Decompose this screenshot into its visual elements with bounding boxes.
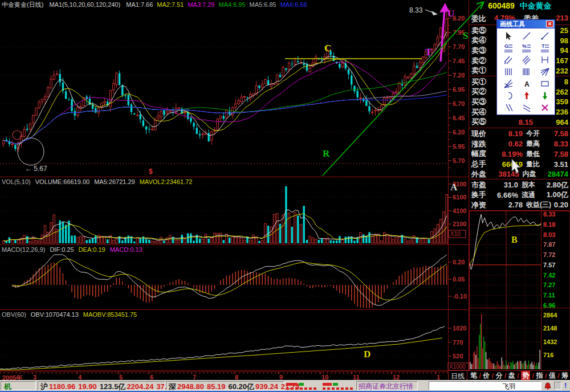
- linear-regression-channel-icon[interactable]: [518, 54, 536, 66]
- label: A: [524, 80, 530, 88]
- view-tab-6[interactable]: 指: [536, 371, 543, 381]
- alert-exclamation-icon[interactable]: !: [564, 381, 567, 390]
- divider: [469, 179, 570, 179]
- intraday-axis-label: 7.87: [543, 241, 555, 248]
- minivol-axis-label: 716: [543, 352, 553, 358]
- close-icon[interactable]: ✕: [546, 21, 553, 27]
- intraday-axis-label: 8.03: [543, 231, 555, 238]
- view-tab-7[interactable]: 值: [549, 371, 556, 381]
- username-field[interactable]: 飞羽: [429, 381, 542, 390]
- stock-name: 中金黄金: [520, 1, 552, 10]
- sz-index: 2948.80: [177, 382, 204, 391]
- info-value: 0.20: [553, 201, 568, 209]
- intraday-axis-label: 8.18: [543, 221, 555, 228]
- info-row: 现价8.19今开7.58: [471, 129, 568, 139]
- bid-label: 买②: [471, 87, 495, 97]
- sh-val2: 2204.24: [127, 382, 153, 391]
- intraday-chart[interactable]: 8.338.188.037.877.727.577.427.277.116.96…: [469, 211, 570, 371]
- info-label: 市盈: [471, 180, 494, 190]
- annotation-letter-C: C: [324, 43, 331, 54]
- ask-label: 卖③: [471, 46, 495, 56]
- intraday-axis-label: 7.27: [543, 281, 555, 288]
- indicator-value: DEA:0.19: [79, 246, 105, 253]
- text-label-icon[interactable]: A: [518, 77, 536, 89]
- tab-separator: /: [545, 372, 547, 380]
- status-box[interactable]: [554, 382, 561, 390]
- obv-lines: [0, 326, 445, 370]
- tab-separator: /: [504, 372, 506, 380]
- line-segment-icon[interactable]: [518, 30, 536, 42]
- indicator-value: VOL(5,10): [2, 178, 31, 185]
- ex-dividend-marker: $: [149, 168, 153, 175]
- info-value: 8.33: [553, 140, 568, 148]
- info-value: 7.58: [553, 150, 568, 158]
- label: %: [522, 43, 527, 49]
- price-axis-label: 7.20: [453, 72, 465, 79]
- sh-index: 1180.96: [49, 382, 75, 391]
- indicator-value: MAOBV:853451.75: [83, 311, 137, 318]
- obv-axis-label: 1020: [453, 325, 466, 332]
- ray-line-icon[interactable]: [536, 30, 554, 42]
- annotation-letter-D: D: [364, 349, 370, 360]
- info-label: 流通: [518, 190, 547, 200]
- pointer-icon[interactable]: [499, 30, 518, 42]
- vertical-time-lines-icon[interactable]: [499, 66, 518, 77]
- indicator-value: MA4:6.95: [219, 1, 246, 8]
- low-price-callout: ← 5.67: [25, 165, 47, 173]
- info-value: 3.51: [553, 160, 568, 169]
- tab-separator: /: [492, 372, 494, 380]
- view-tab-3[interactable]: 分: [496, 371, 503, 381]
- intraday-axis-label: 8.33: [543, 211, 555, 218]
- time-division-lines-icon[interactable]: [518, 66, 536, 77]
- bid-label: 买①: [471, 77, 495, 87]
- indicator-value: MA6:6.66: [280, 1, 307, 8]
- erase-icon[interactable]: [536, 101, 554, 113]
- sz-change: 85.19: [207, 382, 226, 391]
- speed-resistance-fan-icon[interactable]: [499, 77, 518, 89]
- parallel-lines-icon[interactable]: [499, 101, 518, 113]
- price-range-icon[interactable]: [536, 54, 554, 66]
- candlesticks: [2, 11, 447, 152]
- parallel-channel-icon[interactable]: [499, 54, 518, 66]
- bid-row[interactable]: 买⑤8.15964: [471, 117, 568, 127]
- view-tab-1[interactable]: 笔: [470, 371, 477, 381]
- obv-indicator-header: OBV(60)OBV:1070474.13MAOBV:853451.75: [2, 311, 141, 318]
- drawing-toolbar-body: G%TA: [496, 28, 555, 115]
- up-arrow-icon[interactable]: [518, 89, 536, 101]
- info-label: 收益(三): [523, 200, 553, 210]
- view-tab-8[interactable]: 筹: [561, 371, 568, 381]
- indicator-value: MA1:7.66: [126, 1, 153, 8]
- info-value: 0.62: [496, 140, 523, 148]
- tab-daily-period[interactable]: 日线: [448, 371, 467, 380]
- annotation-letter-T: T: [425, 47, 432, 58]
- down-arrow-icon[interactable]: [536, 89, 554, 101]
- label: T: [542, 43, 545, 49]
- status-bar: 机 沪1180.9619.90123.5亿2204.2437.46 深2948.…: [0, 380, 570, 391]
- annotation-letter-R: R: [323, 148, 330, 159]
- drawing-toolbar-titlebar[interactable]: 画线工具 ✕: [496, 19, 555, 28]
- view-tab-5[interactable]: 势: [521, 371, 530, 381]
- indicator-value: MACD(12,26,9): [2, 246, 45, 253]
- stock-code: 600489: [488, 1, 515, 10]
- bell-icon[interactable]: [543, 382, 552, 390]
- arc-icon[interactable]: [499, 89, 518, 101]
- trend-lines-icon[interactable]: [518, 101, 536, 113]
- info-value: 7.58: [553, 129, 568, 138]
- info-label: 总手: [471, 159, 496, 169]
- indicator-value: MACD:0.13: [110, 246, 142, 253]
- info-value: 6.66%: [494, 191, 518, 199]
- trading-terminal: 8.207.957.707.457.206.956.706.456.205.95…: [0, 0, 570, 392]
- macd-histogram: [13, 255, 447, 308]
- weibi-label: 委比: [471, 14, 494, 24]
- time-lines-icon[interactable]: T: [536, 42, 554, 54]
- view-tab-2[interactable]: 价: [483, 371, 490, 381]
- golden-section-lines-icon[interactable]: G: [499, 42, 518, 54]
- intraday-axis-label: 7.42: [543, 272, 555, 279]
- broker-info: 招商证券北京行情: [356, 381, 418, 390]
- chart-title: 中金黄金(日线): [2, 1, 43, 8]
- obv-axis-label: 770: [453, 339, 463, 346]
- percent-lines-icon[interactable]: %: [518, 42, 536, 54]
- rectangle-icon[interactable]: [536, 77, 554, 89]
- gann-fan-icon[interactable]: [536, 66, 554, 77]
- view-tab-4[interactable]: 盘: [508, 371, 515, 381]
